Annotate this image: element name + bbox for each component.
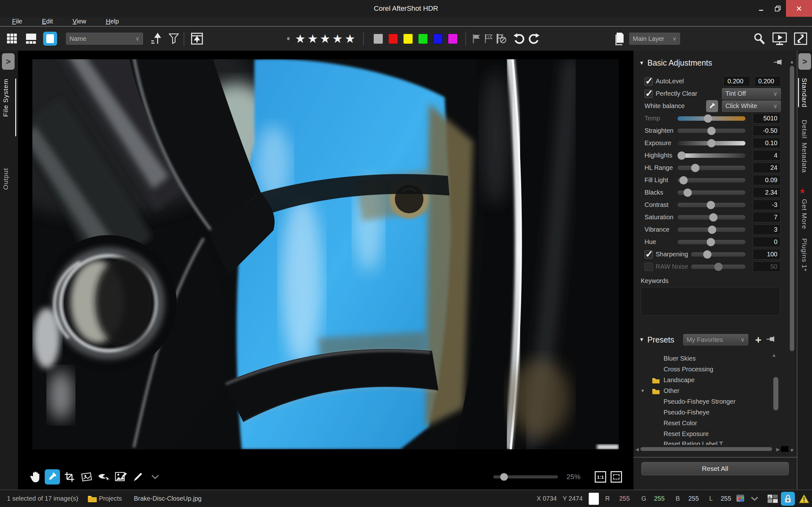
redeye-tool-button[interactable] xyxy=(96,469,111,485)
color-label-swatch[interactable] xyxy=(418,33,428,44)
blacks-knob[interactable] xyxy=(683,188,692,197)
raw-noise-checkbox[interactable] xyxy=(645,263,653,271)
folder-name[interactable]: Projects xyxy=(99,490,122,507)
layers-icon[interactable] xyxy=(614,32,625,45)
menu-file[interactable]: File xyxy=(12,18,22,25)
pin-icon[interactable] xyxy=(773,59,783,67)
preset-item-pseudo-fisheye[interactable]: Pseudo-Fisheye xyxy=(633,407,797,418)
zoom-slider-knob[interactable] xyxy=(500,473,508,481)
scroll-right-icon[interactable]: ▶ xyxy=(776,447,780,452)
slideshow-button[interactable] xyxy=(772,32,787,45)
saturation-value[interactable]: 7 xyxy=(753,212,780,222)
layer-dropdown[interactable]: Main Layer ∨ xyxy=(629,33,680,45)
preset-item-reset-exposure[interactable]: Reset Exposure xyxy=(633,429,797,439)
preset-collection-dropdown[interactable]: My Favorites ∨ xyxy=(683,334,748,345)
star-icon[interactable]: ★ xyxy=(320,32,330,45)
sidebar-tab-output[interactable]: Output xyxy=(2,168,9,190)
saturation-knob[interactable] xyxy=(709,213,717,222)
sharpening-knob[interactable] xyxy=(703,250,711,259)
folder-expand-caret[interactable]: ▼ xyxy=(641,385,645,396)
straighten-value[interactable]: -0.50 xyxy=(753,125,780,136)
vibrance-value[interactable]: 3 xyxy=(753,224,780,235)
contrast-knob[interactable] xyxy=(707,201,715,209)
filter-button[interactable] xyxy=(168,33,179,45)
hl-range-knob[interactable] xyxy=(691,164,699,172)
single-view-button[interactable] xyxy=(43,32,57,46)
vibrance-slider[interactable] xyxy=(677,225,745,234)
flag-reject-icon[interactable]: x xyxy=(484,34,493,44)
clear-rating-dot[interactable] xyxy=(287,37,290,40)
photo-canvas[interactable] xyxy=(32,59,619,449)
preset-scroll-up-icon[interactable]: ▲ xyxy=(771,352,776,358)
crop-tool-button[interactable] xyxy=(62,469,77,485)
panel-tab-standard[interactable]: Standard xyxy=(801,78,808,107)
color-label-swatch[interactable] xyxy=(388,33,398,44)
fill-light-slider[interactable] xyxy=(677,176,745,185)
autolevel-checkbox[interactable] xyxy=(645,77,653,86)
keywords-input[interactable] xyxy=(641,287,780,316)
hue-slider[interactable] xyxy=(677,238,745,246)
preset-item-landscape[interactable]: Landscape xyxy=(633,375,797,385)
hl-range-value[interactable]: 24 xyxy=(753,163,780,173)
vibrance-knob[interactable] xyxy=(708,226,716,234)
chevron-down-icon[interactable] xyxy=(751,490,759,507)
preset-scrollbar[interactable] xyxy=(773,377,778,410)
zoom-slider[interactable] xyxy=(493,475,558,478)
color-management-icon[interactable] xyxy=(736,490,745,507)
exposure-knob[interactable] xyxy=(707,139,716,147)
contrast-value[interactable]: -3 xyxy=(753,200,780,210)
export-button[interactable] xyxy=(190,32,204,46)
minimize-button[interactable] xyxy=(753,0,769,17)
redo-button[interactable] xyxy=(527,33,540,45)
menu-help[interactable]: Help xyxy=(106,18,119,25)
panel-tab-get-more[interactable]: Get More xyxy=(801,199,808,229)
zoom-1to1-button[interactable]: 1:1 xyxy=(595,471,606,483)
panel-scrollbar[interactable] xyxy=(790,66,794,351)
perfectly-clear-checkbox[interactable] xyxy=(645,90,653,98)
straighten-knob[interactable] xyxy=(707,127,716,135)
preset-item-reset-color[interactable]: Reset Color xyxy=(633,418,797,429)
highlights-knob[interactable] xyxy=(677,152,686,160)
straighten-tool-button[interactable] xyxy=(79,469,94,485)
exposure-slider[interactable] xyxy=(677,139,745,148)
right-panel-expand-button[interactable]: > xyxy=(798,53,811,70)
autolevel-value-2[interactable]: 0.200 xyxy=(754,76,781,87)
star-icon[interactable]: ★ xyxy=(333,32,343,45)
color-label-swatch[interactable] xyxy=(373,33,384,44)
pin-icon[interactable] xyxy=(766,336,775,344)
blacks-slider[interactable] xyxy=(677,188,745,197)
preset-item-reset-rating-label-t[interactable]: Reset Rating Label T xyxy=(633,439,797,445)
collapse-caret-icon[interactable]: ▼ xyxy=(639,60,647,66)
sidebar-tab-file-system[interactable]: File System xyxy=(2,78,9,117)
panel-tab-metadata[interactable]: Metadata xyxy=(801,143,808,173)
restore-button[interactable] xyxy=(769,0,786,17)
pan-tool-button[interactable] xyxy=(28,469,43,485)
autolevel-value-1[interactable]: 0.200 xyxy=(723,76,750,87)
preset-item-cross-processing[interactable]: Cross Processing xyxy=(633,364,797,375)
highlights-value[interactable]: 4 xyxy=(753,150,780,161)
flag-clear-icon[interactable] xyxy=(496,34,507,44)
fit-to-screen-button[interactable] xyxy=(611,471,622,483)
contrast-slider[interactable] xyxy=(677,201,745,210)
lock-icon[interactable] xyxy=(781,492,795,506)
highlights-slider[interactable] xyxy=(677,151,745,160)
exposure-value[interactable]: 0.10 xyxy=(753,138,780,148)
preset-item-other[interactable]: ▼Other xyxy=(633,385,797,396)
tools-more-chevron-icon[interactable] xyxy=(148,469,163,485)
reset-all-button[interactable]: Reset All xyxy=(641,462,789,475)
temp-slider[interactable] xyxy=(677,114,745,123)
color-label-swatch[interactable] xyxy=(433,33,443,44)
brush-tool-button[interactable] xyxy=(131,469,146,485)
flag-pick-icon[interactable] xyxy=(472,34,481,44)
hl-range-slider[interactable] xyxy=(677,164,745,172)
preset-item-pseudo-fisheye-stronger[interactable]: Pseudo-Fisheye Stronger xyxy=(633,396,797,407)
panel-scroll-down-icon[interactable]: ▼ xyxy=(790,447,794,453)
add-preset-button[interactable]: + xyxy=(755,337,762,343)
fullscreen-button[interactable] xyxy=(794,32,808,45)
star-icon[interactable]: ★ xyxy=(295,32,305,45)
blacks-value[interactable]: 2.34 xyxy=(753,187,780,198)
preset-hscrollbar[interactable]: ◀ ▶ xyxy=(635,446,791,452)
picker-tool-button[interactable] xyxy=(45,469,60,485)
white-balance-dropper-button[interactable] xyxy=(706,100,718,112)
menu-view[interactable]: View xyxy=(72,18,86,25)
